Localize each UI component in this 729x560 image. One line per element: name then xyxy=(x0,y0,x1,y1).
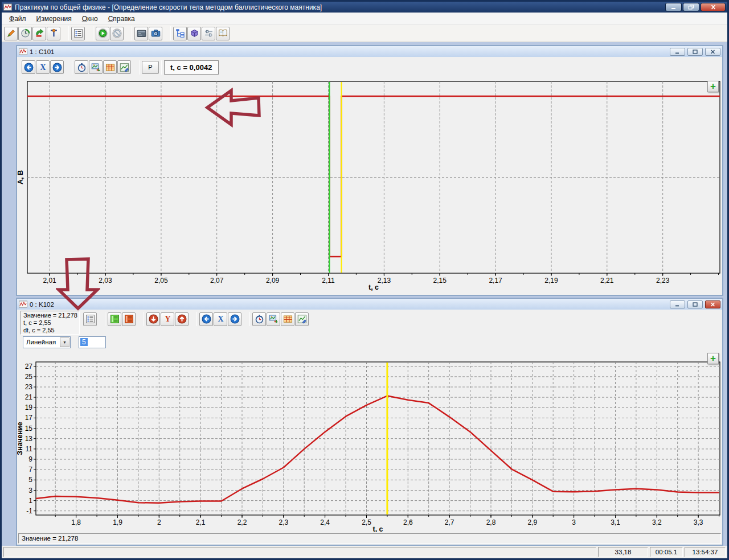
close-icon xyxy=(710,302,716,307)
restore-button[interactable] xyxy=(683,3,699,11)
k102-titlebar[interactable]: 0 : K102 xyxy=(17,299,722,310)
svg-text:3,1: 3,1 xyxy=(611,518,620,526)
c101-minimize-button[interactable] xyxy=(670,48,685,56)
svg-text:2,3: 2,3 xyxy=(279,518,288,526)
stopwatch-icon xyxy=(255,314,264,324)
start-measure-button[interactable] xyxy=(96,27,109,40)
settings-list-button[interactable] xyxy=(71,27,85,40)
toolbar-group xyxy=(83,312,97,326)
list-green-button[interactable] xyxy=(108,312,121,326)
draw-tool-button[interactable] xyxy=(4,27,18,40)
window-titlebar[interactable]: Практикум по общей физике - [Определение… xyxy=(2,2,727,13)
svg-text:2,13: 2,13 xyxy=(378,277,391,285)
child-window-c101: 1 : C101 X P t, c = 0,0042 2,012, xyxy=(16,45,723,296)
c101-chart-icon xyxy=(19,48,27,55)
close-button[interactable] xyxy=(701,3,726,11)
pause-button[interactable]: P xyxy=(142,61,159,74)
toolbar-group xyxy=(134,27,162,40)
dt-value-box: t, c = 0,0042 xyxy=(164,60,219,75)
stopwatch-button[interactable] xyxy=(252,312,266,326)
export-image-button[interactable] xyxy=(89,60,103,74)
readout-dt: dt, c = 2,55 xyxy=(23,327,77,334)
data-table-button[interactable] xyxy=(103,60,117,74)
camera-button[interactable] xyxy=(149,27,162,40)
device-package-button[interactable] xyxy=(187,27,201,40)
mdi-workspace: 1 : C101 X P t, c = 0,0042 2,012, xyxy=(2,42,727,546)
zoom-in-button[interactable]: + xyxy=(707,81,719,92)
scale-up-icon xyxy=(177,314,187,324)
status-cell-0 xyxy=(3,547,596,557)
nav-left-button[interactable] xyxy=(199,312,213,326)
world-clock-button[interactable] xyxy=(18,27,32,40)
svg-text:2: 2 xyxy=(157,518,161,526)
export-image-button[interactable] xyxy=(267,312,280,326)
console-window-icon xyxy=(137,28,146,38)
data-table-button[interactable] xyxy=(281,312,294,326)
app-chart-icon xyxy=(3,3,12,11)
undo-arrow-icon xyxy=(35,28,44,38)
k102-maximize-button[interactable] xyxy=(687,300,703,308)
edit-chart-button[interactable] xyxy=(295,312,309,326)
chevron-down-icon[interactable]: ▼ xyxy=(60,337,69,347)
scale-down-icon xyxy=(149,314,158,324)
minimize-button[interactable] xyxy=(665,3,682,11)
c101-chart[interactable]: 2,012,032,052,072,092,112,132,152,172,19… xyxy=(17,77,722,295)
k102-minimize-button[interactable] xyxy=(670,300,685,308)
c101-titlebar[interactable]: 1 : C101 xyxy=(17,46,722,57)
zoom-in-button[interactable]: + xyxy=(707,353,719,364)
menu-item-3[interactable]: Справка xyxy=(103,13,140,24)
options-sliders-button[interactable] xyxy=(202,27,215,40)
scale-type-select[interactable]: Линейная ▼ xyxy=(23,336,71,348)
svg-text:-1: -1 xyxy=(26,507,32,515)
list-orange-button[interactable] xyxy=(122,312,136,326)
svg-text:2,03: 2,03 xyxy=(99,277,112,285)
svg-text:3: 3 xyxy=(28,487,32,495)
svg-text:t, c: t, c xyxy=(368,283,379,291)
nav-left-button[interactable] xyxy=(22,60,35,74)
readout-time: t, c = 2,55 xyxy=(23,319,77,327)
toolbar-separator xyxy=(105,312,105,326)
settings-list-icon xyxy=(85,314,95,324)
k102-chart[interactable]: 1,81,922,12,22,32,42,52,62,72,82,933,13,… xyxy=(17,349,722,532)
nav-right-icon xyxy=(52,63,62,72)
edit-chart-button[interactable] xyxy=(117,60,131,74)
status-bar: 33,1800:05.113:54:37 xyxy=(2,546,727,558)
scale-type-value: Линейная xyxy=(26,339,56,345)
c101-toolbar-groups: X xyxy=(22,60,137,75)
undo-arrow-button[interactable] xyxy=(32,27,46,40)
svg-text:2,15: 2,15 xyxy=(433,277,447,285)
stopwatch-button[interactable] xyxy=(75,60,88,74)
c101-maximize-button[interactable] xyxy=(687,48,703,56)
k102-title: 0 : K102 xyxy=(30,301,667,308)
svg-text:А, В: А, В xyxy=(17,170,24,184)
svg-text:1,9: 1,9 xyxy=(113,518,122,526)
text-marker-button[interactable] xyxy=(47,27,60,40)
scale-up-button[interactable] xyxy=(175,312,189,326)
scale-down-button[interactable] xyxy=(146,312,160,326)
settings-list-button[interactable] xyxy=(83,312,97,326)
stop-measure-button[interactable] xyxy=(110,27,124,40)
toolbar-separator xyxy=(249,312,250,326)
settings-list-icon xyxy=(73,28,83,38)
svg-text:17: 17 xyxy=(25,414,33,422)
c101-close-button[interactable] xyxy=(705,48,720,56)
menu-item-0[interactable]: Файл xyxy=(4,13,31,24)
maximize-icon xyxy=(692,302,698,307)
clear-x-button[interactable]: X xyxy=(36,60,50,74)
menu-item-1[interactable]: Измерения xyxy=(31,13,77,24)
window-controls xyxy=(665,3,726,11)
menu-item-2[interactable]: Окно xyxy=(77,13,103,24)
k102-chart-area: 1,81,922,12,22,32,42,52,62,72,82,933,13,… xyxy=(17,349,722,532)
c101-title: 1 : C101 xyxy=(30,48,667,55)
help-book-button[interactable] xyxy=(216,27,230,40)
k102-close-button[interactable] xyxy=(705,300,720,308)
nav-right-button[interactable] xyxy=(50,60,64,74)
toolbar-group xyxy=(173,27,230,40)
sensors-tree-button[interactable] xyxy=(173,27,187,40)
nav-right-button[interactable] xyxy=(228,312,241,326)
y-axis-button[interactable]: Y xyxy=(161,312,174,326)
points-input[interactable]: 5 xyxy=(79,336,106,348)
console-window-button[interactable] xyxy=(134,27,148,40)
toolbar-separator xyxy=(93,26,93,40)
clear-x-button[interactable]: X xyxy=(214,312,227,326)
